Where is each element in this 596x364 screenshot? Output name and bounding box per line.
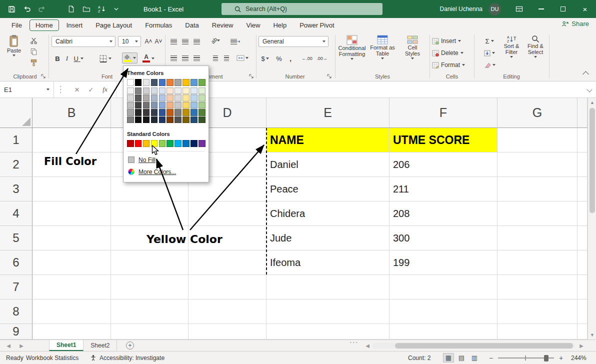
tab-power-pivot[interactable]: Power Pivot (293, 19, 340, 32)
sort-filter-button[interactable]: AZ Sort & Filter (500, 35, 523, 58)
cell-G7[interactable] (498, 275, 578, 300)
color-swatch-7F6000[interactable] (182, 116, 190, 124)
find-select-button[interactable]: Find & Select (524, 35, 547, 58)
tab-insert[interactable]: Insert (60, 19, 90, 32)
row-header-4[interactable]: 4 (0, 202, 32, 226)
color-swatch-F2F2F2[interactable] (127, 88, 134, 94)
font-size-select[interactable]: 10 (118, 36, 141, 47)
row-header-2[interactable]: 2 (0, 152, 32, 177)
color-swatch-00B050[interactable] (166, 140, 174, 147)
insert-function-button[interactable]: fx (99, 82, 111, 98)
cell-D8[interactable] (188, 300, 266, 324)
open-folder-icon[interactable] (82, 5, 90, 14)
color-swatch-EDEDED[interactable] (174, 88, 182, 94)
font-color-button[interactable]: A (141, 53, 156, 64)
sheet-nav-right[interactable]: ▶ (16, 340, 27, 351)
cell-D4[interactable] (188, 202, 266, 226)
color-swatch-E7E6E6[interactable] (143, 79, 150, 86)
horizontal-scroll-thumb[interactable] (395, 343, 573, 348)
cell-G3[interactable] (498, 177, 578, 202)
avatar[interactable]: DU (488, 3, 501, 16)
decrease-decimal-button[interactable]: .00→ (315, 53, 329, 64)
color-swatch-595959[interactable] (135, 94, 142, 102)
color-swatch-FFC000[interactable] (182, 79, 190, 86)
bold-button[interactable]: B (53, 53, 62, 64)
color-swatch-7030A0[interactable] (198, 140, 206, 147)
column-header-G[interactable]: G (498, 98, 578, 128)
merge-center-button[interactable] (234, 53, 251, 63)
decrease-indent-button[interactable] (210, 53, 221, 63)
cell-F1[interactable]: UTME SCORE (390, 128, 498, 152)
select-all-corner[interactable] (0, 98, 32, 128)
horizontal-scrollbar[interactable] (372, 342, 575, 349)
color-swatch-2E74B5[interactable] (190, 109, 198, 116)
italic-button[interactable]: I (63, 53, 71, 64)
font-name-select[interactable]: Calibri (52, 36, 116, 47)
cell-F2[interactable]: 206 (390, 152, 498, 177)
hscroll-right-arrow[interactable]: ▶ (576, 340, 587, 351)
hscroll-left-arrow[interactable]: ◀ (362, 340, 373, 351)
cell-C4[interactable] (111, 202, 188, 226)
formula-bar-divider[interactable] (60, 86, 61, 87)
align-right-button[interactable] (191, 53, 202, 63)
cell-F5[interactable]: 300 (390, 226, 498, 250)
tab-page-layout[interactable]: Page Layout (89, 19, 138, 32)
sheet-tab-sheet1[interactable]: Sheet1 (49, 340, 84, 351)
row-header-5[interactable]: 5 (0, 226, 32, 250)
cell-E5[interactable]: Jude (266, 226, 390, 250)
cell-F7[interactable] (390, 275, 498, 300)
align-center-button[interactable] (180, 53, 190, 63)
color-swatch-FF0000[interactable] (135, 140, 142, 147)
cell-E6[interactable]: Ifeoma (266, 250, 390, 275)
color-swatch-C00000[interactable] (127, 140, 134, 147)
align-left-button[interactable] (168, 53, 179, 63)
zoom-in-button[interactable]: + (557, 352, 565, 364)
sheet-nav-left[interactable]: ◀ (3, 340, 14, 351)
color-swatch-BDD7EE[interactable] (190, 94, 198, 102)
column-header-B[interactable]: B (32, 98, 111, 128)
color-swatch-D0CECE[interactable] (143, 88, 150, 94)
workbook-statistics-button[interactable]: Workbook Statistics (26, 352, 78, 364)
row-header-8[interactable]: 8 (0, 300, 32, 324)
cell-E2[interactable]: Daniel (266, 152, 390, 177)
cell-B1[interactable] (32, 128, 111, 152)
color-swatch-A5A5A5[interactable] (174, 79, 182, 86)
cell-F8[interactable] (390, 300, 498, 324)
expand-formula-bar-button[interactable] (586, 86, 592, 92)
view-normal-button[interactable]: ▦ (443, 353, 454, 362)
wrap-text-button[interactable] (228, 36, 243, 46)
increase-decimal-button[interactable]: ←.00 (300, 53, 314, 64)
color-swatch-BFBFBF[interactable] (127, 102, 134, 109)
tab-scrollbar-divider[interactable] (356, 342, 357, 343)
color-swatch-F4B183[interactable] (166, 102, 174, 109)
color-swatch-757171[interactable] (143, 102, 150, 109)
color-swatch-002060[interactable] (190, 140, 198, 147)
color-swatch-F7CBAC[interactable] (166, 94, 174, 102)
color-swatch-2F5496[interactable] (159, 109, 166, 116)
clear-button[interactable] (482, 60, 497, 70)
color-swatch-FBE5D5[interactable] (166, 88, 174, 94)
no-fill-option[interactable]: No Fill (127, 154, 205, 166)
cell-G1[interactable] (498, 128, 578, 152)
cell-C7[interactable] (111, 275, 188, 300)
cell-E4[interactable]: Chidera (266, 202, 390, 226)
column-header-E[interactable]: E (266, 98, 390, 128)
collapse-ribbon-button[interactable] (582, 71, 589, 78)
color-swatch-A8D08D[interactable] (198, 102, 206, 109)
color-swatch-222B35[interactable] (151, 116, 158, 124)
color-swatch-70AD47[interactable] (198, 79, 206, 86)
color-swatch-ED7D31[interactable] (166, 79, 174, 86)
cell-B4[interactable] (32, 202, 111, 226)
view-page-break-button[interactable]: ▥ (469, 353, 480, 362)
cell-B8[interactable] (32, 300, 111, 324)
row-header-9[interactable]: 9 (0, 324, 32, 340)
color-swatch-B4C6E7[interactable] (159, 94, 166, 102)
color-swatch-DBDBDB[interactable] (174, 94, 182, 102)
color-swatch-0D0D0D[interactable] (135, 116, 142, 124)
color-swatch-161616[interactable] (143, 116, 150, 124)
column-header-F[interactable]: F (390, 98, 498, 128)
cell-styles-button[interactable]: Cell Styles (398, 35, 427, 60)
color-swatch-262626[interactable] (135, 109, 142, 116)
row-header-6[interactable]: 6 (0, 250, 32, 275)
cell-B5[interactable] (32, 226, 111, 250)
